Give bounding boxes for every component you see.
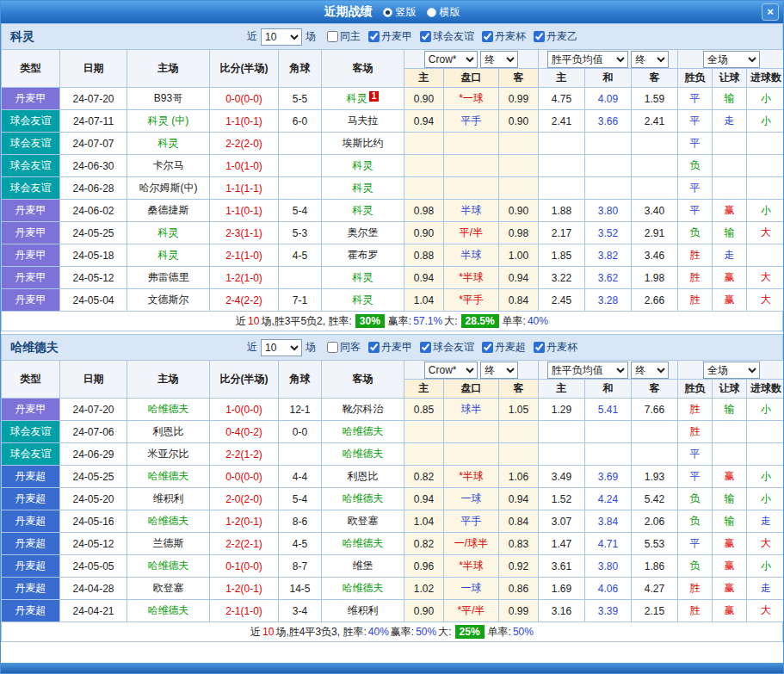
- away-team-cell: 利恩比: [322, 466, 404, 488]
- home-team-cell: 米亚尔比: [127, 443, 210, 466]
- asian-home-odds-cell: 0.94: [404, 110, 444, 133]
- layout-radio-vertical[interactable]: 竖版: [383, 5, 417, 20]
- asian-handicap-cell: 一球: [444, 578, 499, 600]
- scope-select[interactable]: 全场: [703, 51, 760, 68]
- asian-odds-header: Crow* 终: [404, 361, 539, 380]
- matches-label: 场: [306, 340, 316, 355]
- match-row: 丹麦超24-05-12兰德斯2-2(2-1)4-5哈维德夫0.82一/球半0.8…: [2, 533, 784, 555]
- league-cell: 丹麦超: [2, 466, 60, 488]
- score-cell: 2-0(2-0): [210, 488, 279, 510]
- home-team-cell: 欧登塞: [127, 578, 210, 600]
- checkbox-input[interactable]: [534, 342, 545, 353]
- checkbox-input[interactable]: [368, 31, 380, 42]
- euro-away-odds-cell: 7.66: [632, 399, 678, 421]
- asian-away-odds-cell: 1.06: [499, 466, 539, 488]
- handicap-result-cell: 输: [713, 399, 747, 421]
- summary-text: 10: [248, 315, 259, 327]
- home-team-cell: 卡尔马: [127, 155, 210, 177]
- match-row: 丹麦超24-04-28欧登塞1-2(0-1)14-5哈维德夫1.02一球0.86…: [2, 578, 784, 600]
- filter-checkbox-丹麦杯[interactable]: 丹麦杯: [534, 340, 577, 355]
- handicap-result-cell: [713, 133, 747, 155]
- home-team-cell: 科灵 (中): [127, 110, 210, 133]
- euro-home-odds-cell: 1.52: [539, 488, 585, 510]
- subcol-euro-draw: 和: [585, 69, 632, 88]
- asian-away-odds-cell: 0.84: [499, 289, 539, 312]
- checkbox-input[interactable]: [420, 31, 431, 42]
- checkbox-input[interactable]: [534, 31, 545, 42]
- filter-checkbox-丹麦乙[interactable]: 丹麦乙: [534, 29, 577, 44]
- euro-draw-odds-cell: 3.69: [585, 466, 632, 488]
- away-team-cell: 哈维德夫: [322, 443, 404, 466]
- final-odds-select[interactable]: 终: [480, 362, 518, 379]
- goals-result-cell: [747, 133, 784, 155]
- filter-checkbox-丹麦超[interactable]: 丹麦超: [482, 340, 526, 355]
- matches-tbody: 丹麦甲24-07-20哈维德夫1-0(0-0)12-1靴尔科治0.85球半1.0…: [2, 399, 784, 622]
- checkbox-input[interactable]: [368, 342, 380, 353]
- score-cell: 2-1(1-0): [210, 600, 279, 622]
- handicap-result-cell: 赢: [713, 555, 747, 578]
- home-team-cell: 哈尔姆斯(中): [127, 177, 210, 200]
- asian-home-odds-cell: [404, 155, 444, 177]
- goals-result-cell: 小: [747, 466, 784, 488]
- euro-draw-odds-cell: 3.52: [585, 222, 632, 244]
- match-row: 丹麦甲24-07-20哈维德夫1-0(0-0)12-1靴尔科治0.85球半1.0…: [2, 399, 784, 421]
- recent-count-select[interactable]: 10: [261, 339, 302, 356]
- checkbox-input[interactable]: [327, 31, 338, 42]
- handicap-result-cell: 赢: [713, 289, 747, 312]
- euro-draw-odds-cell: 3.80: [585, 200, 632, 222]
- europe-odds-select[interactable]: 胜平负均值: [547, 362, 628, 379]
- euro-away-odds-cell: 5.53: [632, 533, 678, 555]
- away-team-cell: 科灵: [322, 289, 404, 312]
- bookmaker-select[interactable]: Crow*: [424, 51, 478, 68]
- team-name: 哈维德夫: [2, 340, 247, 356]
- checkbox-input[interactable]: [482, 342, 493, 353]
- euro-draw-odds-cell: 4.24: [585, 488, 632, 510]
- away-team-cell: 哈维德夫: [322, 488, 404, 510]
- filter-checkbox-球会友谊[interactable]: 球会友谊: [420, 340, 474, 355]
- final-odds-select[interactable]: 终: [480, 51, 518, 68]
- final-odds-select-2[interactable]: 终: [631, 51, 669, 68]
- filter-checkbox-同主[interactable]: 同主: [327, 29, 361, 44]
- layout-radio-horizontal[interactable]: 横版: [427, 5, 460, 20]
- scope-select[interactable]: 全场: [703, 362, 760, 379]
- home-team-cell: 哈维德夫: [127, 399, 210, 421]
- corners-cell: 8-6: [279, 510, 322, 533]
- euro-home-odds-cell: 4.75: [539, 88, 585, 110]
- euro-home-odds-cell: 3.16: [539, 600, 585, 622]
- europe-odds-select[interactable]: 胜平负均值: [547, 51, 628, 68]
- recent-count-select[interactable]: 10: [261, 28, 302, 46]
- away-team-cell: 马夫拉: [322, 110, 404, 133]
- goals-result-cell: 大: [747, 222, 784, 244]
- euro-home-odds-cell: [539, 177, 585, 200]
- filter-checkbox-同客[interactable]: 同客: [327, 340, 361, 355]
- asian-handicap-cell: 平手: [444, 510, 499, 533]
- filter-checkbox-丹麦杯[interactable]: 丹麦杯: [482, 29, 526, 44]
- summary-text: 单率:: [488, 625, 511, 640]
- goals-result-cell: [747, 443, 784, 466]
- asian-home-odds-cell: 0.88: [404, 244, 444, 267]
- checkbox-input[interactable]: [482, 31, 493, 42]
- euro-home-odds-cell: [539, 443, 585, 466]
- col-header-score: 比分(半场): [210, 50, 279, 88]
- final-odds-select-2[interactable]: 终: [631, 362, 669, 379]
- checkbox-input[interactable]: [327, 342, 338, 353]
- asian-away-odds-cell: [499, 155, 539, 177]
- match-row: 球会友谊24-07-07科灵2-2(2-0)埃斯比约平: [2, 133, 784, 155]
- date-cell: 24-07-11: [60, 110, 127, 133]
- close-icon[interactable]: ×: [762, 3, 779, 21]
- score-cell: 1-2(1-0): [210, 267, 279, 289]
- corners-cell: 12-1: [279, 399, 322, 421]
- euro-away-odds-cell: 4.27: [632, 578, 678, 600]
- checkbox-label: 球会友谊: [433, 340, 474, 355]
- filter-checkbox-丹麦甲[interactable]: 丹麦甲: [368, 29, 412, 44]
- league-cell: 球会友谊: [2, 155, 60, 177]
- bookmaker-select[interactable]: Crow*: [424, 362, 478, 379]
- handicap-result-cell: 输: [713, 510, 747, 533]
- league-cell: 丹麦甲: [2, 399, 60, 421]
- away-team-cell: 科灵: [322, 155, 404, 177]
- checkbox-input[interactable]: [420, 342, 431, 353]
- filter-checkbox-丹麦甲[interactable]: 丹麦甲: [368, 340, 412, 355]
- euro-away-odds-cell: 1.98: [632, 267, 678, 289]
- filter-checkbox-球会友谊[interactable]: 球会友谊: [420, 29, 474, 44]
- asian-away-odds-cell: [499, 421, 539, 443]
